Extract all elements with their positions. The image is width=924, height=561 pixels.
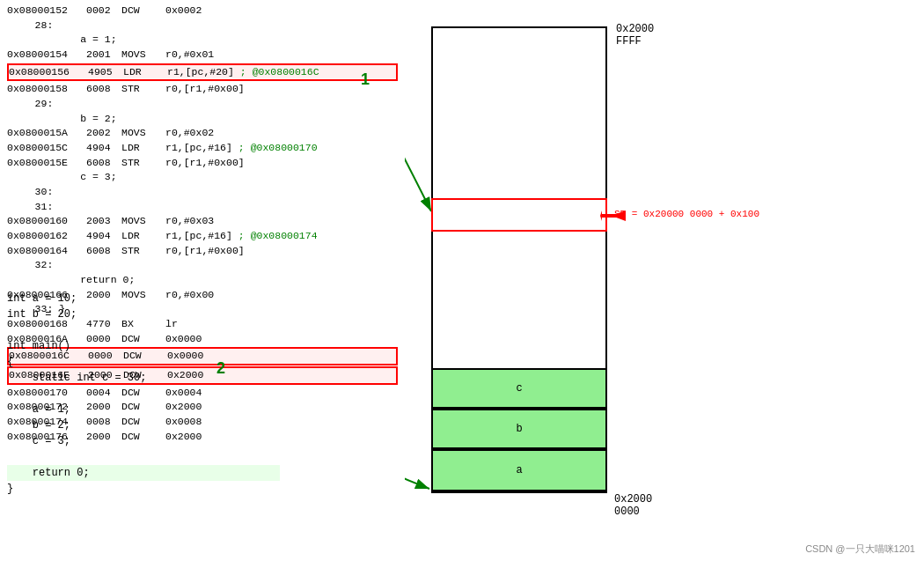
memory-cell-a-label: a bbox=[516, 464, 522, 476]
memory-cell-c-label: c bbox=[516, 382, 522, 395]
asm-str-3: 0x08000164 6008 STR r0,[r1,#0x00] bbox=[7, 244, 398, 259]
memory-sp-box bbox=[431, 198, 607, 232]
c-src-int-b: int b = 20; bbox=[7, 306, 280, 322]
c-source-panel: int a = 10; int b = 20; int main() { sta… bbox=[7, 291, 280, 497]
asm-str-2: 0x0800015E 6008 STR r0,[r1,#0x00] bbox=[7, 156, 398, 171]
asm-label-29: 29: bbox=[7, 97, 398, 112]
asm-c-a1: a = 1; bbox=[7, 33, 398, 48]
asm-movs-3: 0x08000160 2003 MOVS r0,#0x03 bbox=[7, 214, 398, 229]
c-src-open-brace: { bbox=[7, 354, 280, 370]
arrow-label-1: 1 bbox=[361, 70, 370, 89]
asm-ldr-2: 0x0800015C 4904 LDR r1,[pc,#16] ; @0x080… bbox=[7, 141, 398, 156]
c-src-c3: c = 3; bbox=[7, 433, 280, 449]
watermark: CSDN @一只大喵咪1201 bbox=[805, 543, 915, 556]
asm-label-28: 28: bbox=[7, 18, 398, 33]
sp-arrow-icon bbox=[600, 207, 618, 225]
c-src-blank-1 bbox=[7, 322, 280, 338]
c-src-b2: b = 2; bbox=[7, 417, 280, 433]
memory-cell-b-label: b bbox=[516, 423, 522, 435]
asm-c-b2: b = 2; bbox=[7, 112, 398, 127]
svg-marker-3 bbox=[600, 210, 616, 221]
memory-cell-b: b bbox=[431, 409, 607, 449]
memory-diagram: 0x2000 FFFF SP = 0x20000 0000 + 0x100 c … bbox=[431, 26, 607, 520]
c-src-a1: a = 1; bbox=[7, 402, 280, 417]
asm-ldr-highlighted: 0x08000156 4905 LDR r1,[pc,#20] ; @0x080… bbox=[7, 63, 398, 82]
asm-label-32: 32: bbox=[7, 258, 398, 273]
arrow-label-2: 2 bbox=[216, 359, 225, 378]
asm-str-1: 0x08000158 6008 STR r0,[r1,#0x00] bbox=[7, 82, 398, 97]
asm-label-30: 30: bbox=[7, 185, 398, 200]
asm-movs-1: 0x08000154 2001 MOVS r0,#0x01 bbox=[7, 48, 398, 63]
sp-label: SP = 0x20000 0000 + 0x100 bbox=[614, 209, 759, 219]
asm-line-1: 0x08000152 0002 DCW 0x0002 bbox=[7, 4, 398, 18]
c-src-blank-3 bbox=[7, 449, 280, 465]
memory-bottom-label: 0x2000 0000 bbox=[614, 493, 652, 518]
asm-movs-2: 0x0800015A 2002 MOVS r0,#0x02 bbox=[7, 126, 398, 141]
memory-cell-a: a bbox=[431, 449, 607, 491]
asm-ldr-3: 0x08000162 4904 LDR r1,[pc,#16] ; @0x080… bbox=[7, 229, 398, 244]
memory-cell-c: c bbox=[431, 368, 607, 409]
c-src-close-brace: } bbox=[7, 481, 280, 497]
asm-c-return: return 0; bbox=[7, 273, 398, 288]
c-src-return: return 0; bbox=[7, 465, 280, 481]
c-src-static-c: static int c = 30; bbox=[7, 370, 280, 386]
asm-label-31: 31: bbox=[7, 200, 398, 215]
c-src-int-a: int a = 10; bbox=[7, 291, 280, 306]
c-src-blank-2 bbox=[7, 386, 280, 402]
memory-top-label: 0x2000 FFFF bbox=[616, 23, 654, 48]
asm-c-c3: c = 3; bbox=[7, 170, 398, 185]
c-src-main: int main() bbox=[7, 338, 280, 354]
